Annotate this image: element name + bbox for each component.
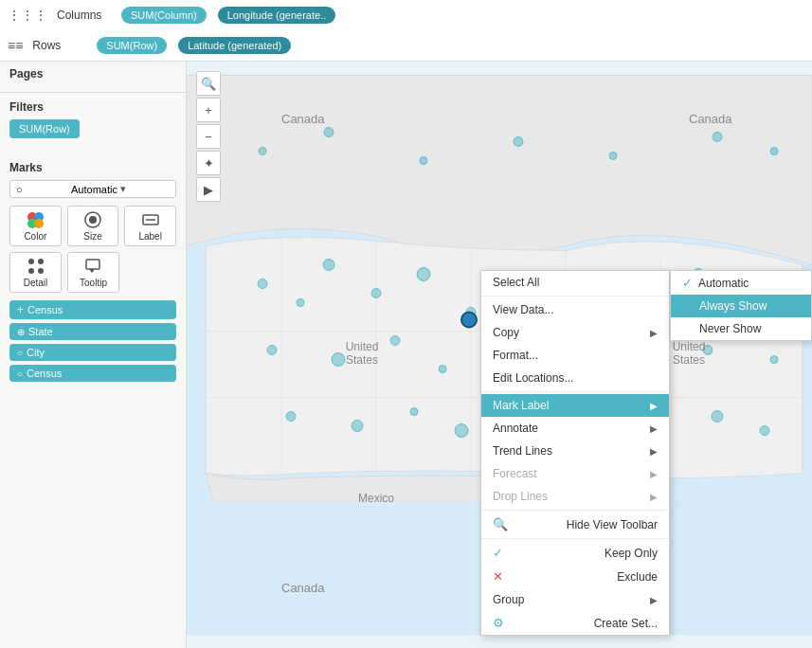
hide-toolbar-item[interactable]: 🔍 Hide View Toolbar [481, 513, 669, 536]
color-icon [26, 210, 45, 229]
automatic-check-icon: ✓ [682, 276, 693, 290]
city-dimension-row[interactable]: ○ City [9, 344, 176, 361]
svg-text:Canada: Canada [281, 581, 325, 595]
annotate-item[interactable]: Annotate ▶ [481, 417, 669, 440]
group-item[interactable]: Group ▶ [481, 588, 669, 611]
sum-column-pill[interactable]: SUM(Column) [121, 7, 207, 24]
census-label: Census [27, 304, 63, 315]
svg-point-56 [420, 157, 427, 165]
label-icon [141, 210, 160, 229]
svg-point-11 [38, 268, 44, 274]
trend-lines-arrow-icon: ▶ [650, 446, 658, 457]
zoom-in-button[interactable]: + [196, 98, 221, 122]
census2-dimension-row[interactable]: ○ Census [9, 365, 176, 382]
svg-text:United: United [673, 340, 706, 353]
svg-point-51 [712, 411, 723, 423]
plus-icon: + [17, 303, 24, 316]
state-dimension-row[interactable]: ⊕ State [9, 323, 176, 340]
sum-row-pill[interactable]: SUM(Row) [97, 37, 167, 54]
menu-divider-2 [481, 391, 669, 392]
svg-point-27 [417, 268, 430, 281]
svg-point-38 [439, 366, 446, 373]
forecast-arrow-icon: ▶ [650, 469, 658, 479]
x-icon: ✕ [493, 569, 503, 584]
filter-chip[interactable]: SUM(Row) [9, 119, 80, 138]
svg-point-58 [609, 153, 617, 160]
pages-title: Pages [9, 67, 176, 81]
svg-text:Canada: Canada [689, 112, 732, 126]
mark-label-arrow-icon: ▶ [650, 401, 658, 411]
select-all-item[interactable]: Select All [481, 271, 669, 294]
svg-point-3 [34, 219, 44, 228]
context-menu: Select All View Data... Copy ▶ Format...… [480, 270, 670, 636]
detail-button[interactable]: Detail [9, 252, 62, 293]
svg-rect-12 [86, 260, 99, 269]
always-show-item[interactable]: Always Show [671, 295, 811, 317]
never-show-item[interactable]: Never Show [671, 317, 811, 340]
circle-icon-state: ⊕ [17, 327, 25, 337]
svg-point-59 [713, 133, 722, 142]
census-dimension-row[interactable]: + Census [9, 300, 176, 319]
view-data-item[interactable]: View Data... [481, 298, 669, 321]
tooltip-button[interactable]: Tooltip [67, 252, 119, 293]
menu-divider-4 [481, 538, 669, 539]
svg-point-9 [38, 259, 44, 264]
mark-label-submenu: ✓ Automatic Always Show Never Show [670, 270, 812, 341]
svg-point-36 [332, 353, 345, 367]
svg-text:States: States [673, 353, 705, 367]
marks-type-dropdown[interactable]: ○ Automatic ▾ [9, 180, 176, 198]
columns-label: Columns [57, 9, 114, 22]
svg-point-5 [89, 216, 97, 224]
map-view[interactable]: Canada Canada United States United State… [187, 62, 812, 648]
detail-icon [27, 257, 45, 276]
exclude-item[interactable]: ✕ Exclude [481, 565, 669, 588]
svg-point-23 [258, 279, 267, 289]
label-button[interactable]: Label [124, 206, 176, 246]
pin-tool-button[interactable]: ✦ [196, 151, 221, 175]
tooltip-icon [84, 257, 103, 276]
svg-point-44 [770, 356, 778, 364]
census2-label: Census [27, 368, 62, 379]
svg-text:Canada: Canada [281, 112, 325, 126]
size-icon [83, 210, 102, 229]
svg-point-55 [324, 128, 334, 137]
map-toolbar: 🔍 + − ✦ ▶ [196, 71, 221, 202]
filters-title: Filters [9, 100, 176, 114]
svg-text:United: United [346, 340, 379, 353]
size-button[interactable]: Size [67, 206, 119, 246]
format-item[interactable]: Format... [481, 344, 669, 367]
annotate-arrow-icon: ▶ [650, 423, 658, 434]
drop-lines-arrow-icon: ▶ [650, 492, 658, 502]
copy-arrow-icon: ▶ [650, 328, 658, 338]
city-label: City [27, 347, 45, 358]
automatic-item[interactable]: ✓ Automatic [671, 271, 811, 295]
svg-point-24 [297, 299, 304, 307]
keep-only-item[interactable]: ✓ Keep Only [481, 541, 669, 565]
dropdown-arrow-icon: ▾ [120, 183, 170, 195]
search-tool-button[interactable]: 🔍 [196, 71, 221, 96]
svg-point-47 [410, 408, 418, 416]
forecast-item: Forecast ▶ [481, 462, 669, 485]
group-arrow-icon: ▶ [650, 595, 658, 605]
svg-point-25 [323, 260, 334, 271]
svg-point-26 [371, 289, 381, 298]
svg-marker-13 [89, 269, 95, 273]
mark-label-item[interactable]: Mark Label ▶ [481, 394, 669, 417]
color-button[interactable]: Color [9, 206, 62, 246]
svg-point-10 [28, 268, 34, 274]
columns-icon: ⋮⋮⋮ [8, 8, 47, 23]
rows-label: Rows [32, 39, 89, 52]
svg-point-53 [461, 313, 477, 328]
pan-tool-button[interactable]: ▶ [196, 177, 221, 202]
longitude-pill[interactable]: Longitude (generate.. [218, 7, 336, 24]
copy-item[interactable]: Copy ▶ [481, 321, 669, 344]
trend-lines-item[interactable]: Trend Lines ▶ [481, 440, 669, 462]
svg-point-54 [259, 148, 266, 155]
state-label: State [28, 326, 53, 337]
create-set-item[interactable]: ⚙ Create Set... [481, 611, 669, 635]
zoom-out-button[interactable]: − [196, 124, 221, 149]
edit-locations-item[interactable]: Edit Locations... [481, 367, 669, 389]
svg-text:States: States [346, 353, 378, 367]
latitude-pill[interactable]: Latitude (generated) [178, 37, 291, 54]
svg-text:Mexico: Mexico [358, 492, 394, 505]
